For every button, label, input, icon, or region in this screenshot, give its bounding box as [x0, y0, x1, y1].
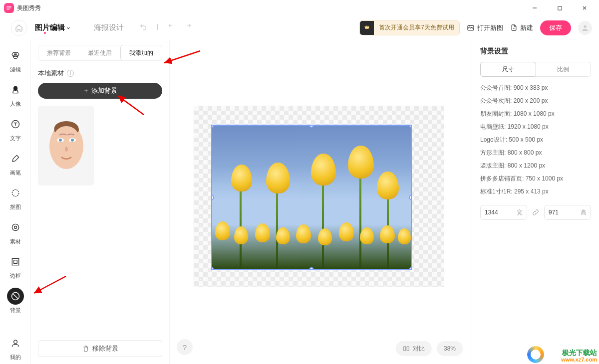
- bg-subtabs: 推荐背景 最近使用 我添加的: [38, 45, 162, 61]
- user-avatar[interactable]: [578, 21, 592, 35]
- zoom-display[interactable]: 38%: [437, 341, 463, 356]
- portrait-icon: [7, 81, 24, 98]
- resize-handle-br[interactable]: [409, 267, 412, 270]
- sidebar-item-portrait[interactable]: 人像: [4, 78, 27, 111]
- watermark-logo: [527, 346, 544, 363]
- tab-poster-design[interactable]: 海报设计: [94, 23, 124, 32]
- watermark: 极光下载站 www.xz7.com: [561, 349, 597, 363]
- open-new-image-button[interactable]: 打开新图: [467, 23, 503, 32]
- background-settings-panel: 背景设置 尺寸 比例 公众号首图: 900 x 383 px 公众号次图: 20…: [472, 40, 599, 364]
- remove-background-button[interactable]: 移除背景: [38, 340, 162, 357]
- sidebar-item-background[interactable]: 背景: [4, 285, 27, 317]
- svg-point-17: [59, 139, 62, 142]
- svg-point-20: [65, 147, 68, 152]
- bg-thumbnail[interactable]: [38, 106, 94, 185]
- frame-icon: [7, 253, 24, 270]
- window-minimize-button[interactable]: [524, 1, 545, 15]
- top-toolbar: 图片编辑 海报设计 | 首次开通会员享7天免费试用 打开新图 新建 保存: [0, 16, 599, 40]
- home-button[interactable]: [11, 20, 27, 36]
- svg-point-8: [12, 224, 18, 230]
- add-background-button[interactable]: ＋ 添加背景: [38, 83, 162, 99]
- background-panel: 推荐背景 最近使用 我添加的 本地素材 i ＋ 添加背景: [31, 40, 170, 364]
- resize-handle-l[interactable]: [211, 195, 214, 200]
- divider: |: [157, 23, 158, 32]
- undo-step-button[interactable]: [167, 23, 175, 32]
- sidebar-item-frame[interactable]: 边框: [4, 250, 27, 283]
- preset-item[interactable]: 朋友圈封面: 1080 x 1080 px: [480, 110, 591, 118]
- settings-title: 背景设置: [480, 47, 591, 56]
- resize-handle-tr[interactable]: [409, 125, 412, 128]
- canvas-area: ?: [170, 40, 472, 364]
- local-material-heading: 本地素材 i: [38, 69, 162, 78]
- tab-indicator-dot: [44, 32, 46, 34]
- preset-item[interactable]: 标准1寸/1R: 295 x 413 px: [480, 187, 591, 196]
- brush-icon: [7, 150, 24, 167]
- dimensions-row: 1344宽 971高: [480, 205, 591, 220]
- svg-rect-10: [12, 258, 18, 265]
- resize-handle-tl[interactable]: [211, 125, 214, 128]
- redo-step-button[interactable]: [184, 23, 192, 32]
- svg-rect-0: [558, 6, 561, 9]
- size-ratio-segment: 尺寸 比例: [480, 62, 591, 77]
- sidebar-item-brush[interactable]: 画笔: [4, 147, 27, 180]
- promo-banner[interactable]: 首次开通会员享7天免费试用: [359, 20, 460, 35]
- svg-rect-21: [404, 347, 406, 351]
- preset-item[interactable]: 电脑壁纸: 1920 x 1080 px: [480, 123, 591, 131]
- save-button[interactable]: 保存: [540, 20, 571, 35]
- subtab-recommended[interactable]: 推荐背景: [38, 45, 79, 60]
- canvas[interactable]: [194, 106, 444, 287]
- selected-image[interactable]: [211, 125, 412, 270]
- resize-handle-r[interactable]: [409, 195, 412, 200]
- svg-rect-22: [407, 347, 409, 351]
- seg-size[interactable]: 尺寸: [480, 62, 536, 77]
- title-bar: 美图秀秀: [0, 0, 599, 16]
- undo-button[interactable]: [139, 23, 148, 32]
- height-input[interactable]: 971高: [544, 205, 591, 220]
- svg-point-9: [14, 226, 16, 229]
- background-icon: [7, 288, 24, 305]
- left-sidebar: 滤镜 人像 文字 画笔 抠图 素材 边框 背景 我的: [0, 40, 31, 364]
- history-controls: |: [139, 23, 192, 32]
- crown-icon: [360, 21, 374, 35]
- subtab-recent[interactable]: 最近使用: [79, 45, 120, 60]
- user-icon: [7, 335, 24, 352]
- preset-item[interactable]: 拼多多店铺首页: 750 x 1000 px: [480, 175, 591, 183]
- sidebar-item-text[interactable]: 文字: [4, 113, 27, 145]
- new-file-button[interactable]: 新建: [510, 23, 533, 32]
- preset-item[interactable]: 竖版主图: 800 x 1200 px: [480, 162, 591, 170]
- resize-handle-b[interactable]: [309, 267, 314, 270]
- preset-item[interactable]: 方形主图: 800 x 800 px: [480, 149, 591, 157]
- svg-point-2: [584, 25, 586, 27]
- svg-point-13: [13, 340, 17, 344]
- filter-icon: [7, 47, 24, 64]
- subtab-added[interactable]: 我添加的: [120, 45, 162, 61]
- seg-ratio[interactable]: 比例: [536, 62, 591, 76]
- compare-button[interactable]: 对比: [396, 341, 432, 356]
- sidebar-item-material[interactable]: 素材: [4, 216, 27, 248]
- svg-point-19: [71, 139, 74, 142]
- svg-rect-11: [13, 260, 17, 264]
- sidebar-item-cutout[interactable]: 抠图: [4, 182, 27, 214]
- preset-item[interactable]: 公众号首图: 900 x 383 px: [480, 84, 591, 92]
- resize-handle-t[interactable]: [309, 125, 314, 128]
- window-close-button[interactable]: [574, 1, 595, 15]
- svg-point-7: [12, 189, 18, 196]
- app-name: 美图秀秀: [17, 4, 41, 12]
- link-dimensions-icon[interactable]: [530, 209, 541, 216]
- preset-item[interactable]: Logo设计: 500 x 500 px: [480, 136, 591, 144]
- app-logo: [4, 3, 14, 13]
- preset-item[interactable]: 公众号次图: 200 x 200 px: [480, 97, 591, 105]
- window-maximize-button[interactable]: [549, 1, 570, 15]
- help-button[interactable]: ?: [177, 339, 193, 355]
- cutout-icon: [7, 184, 24, 201]
- info-icon[interactable]: i: [67, 70, 74, 77]
- material-icon: [7, 219, 24, 236]
- sidebar-item-filter[interactable]: 滤镜: [4, 44, 27, 76]
- width-input[interactable]: 1344宽: [480, 205, 527, 220]
- sidebar-item-mine[interactable]: 我的: [4, 332, 27, 364]
- size-presets: 公众号首图: 900 x 383 px 公众号次图: 200 x 200 px …: [480, 84, 591, 196]
- tab-image-edit[interactable]: 图片编辑: [35, 23, 71, 32]
- text-icon: [7, 116, 24, 133]
